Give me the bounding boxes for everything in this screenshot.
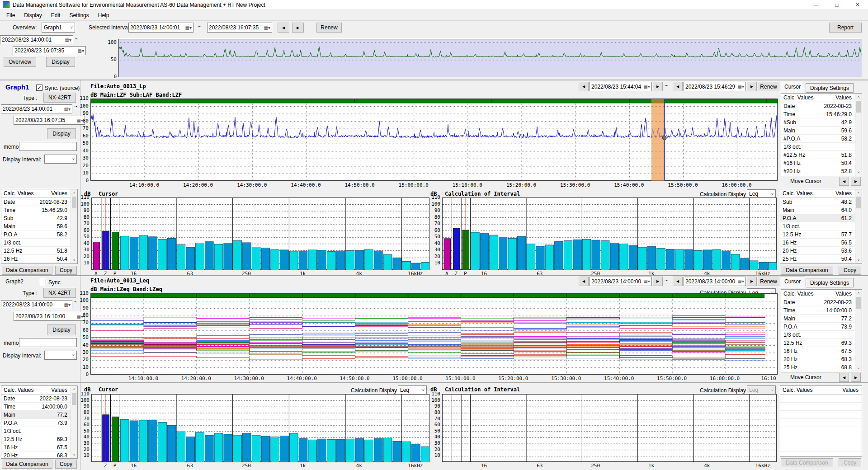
menu-display[interactable]: Display xyxy=(19,11,46,20)
graph1-display-button[interactable]: Display xyxy=(47,128,76,139)
calendar-icon[interactable]: ▦▾ xyxy=(185,25,192,30)
graph1-nav-start-next-button[interactable]: ▶ xyxy=(653,82,663,91)
overview-chart[interactable] xyxy=(118,39,861,77)
graph2-display-interval-select[interactable]: ˅ xyxy=(44,351,77,360)
interval-next-button[interactable]: ▶ xyxy=(292,23,304,33)
graph1-start-date[interactable]: 2022/08/23 14:00:01▦▾ xyxy=(1,104,72,113)
table-row[interactable]: Date2022-08-23 xyxy=(781,298,862,306)
graph1-time-chart[interactable] xyxy=(90,99,778,181)
graph2-tab-display-settings[interactable]: Display Settings xyxy=(806,278,854,287)
graph1-tab-cursor[interactable]: Cursor xyxy=(780,82,805,93)
graph2-nav-start-next-button[interactable]: ▶ xyxy=(653,277,663,286)
scroll-thumb[interactable] xyxy=(856,197,861,208)
graph1-display-interval-select[interactable]: ˅ xyxy=(44,155,77,164)
table-row[interactable]: 1/3 oct. xyxy=(1,239,77,247)
graph1-tab-display-settings[interactable]: Display Settings xyxy=(806,83,854,93)
mid-right-copy-button[interactable]: Copy xyxy=(839,266,861,275)
maximize-button[interactable]: □ xyxy=(826,0,847,10)
menu-edit[interactable]: Edit xyxy=(47,11,65,20)
table-row[interactable]: 16 Hz50.4 xyxy=(1,255,77,263)
graph2-move-cursor-right-button[interactable]: ▶ xyxy=(851,373,861,382)
overview-end-date[interactable]: 2022/08/23 16:07:35▦▾ xyxy=(13,46,86,55)
mid-right-data-comparison-button[interactable]: Data Comparison xyxy=(781,266,833,275)
scrollbar[interactable]: ˄˅ xyxy=(855,94,862,176)
menu-file[interactable]: File xyxy=(2,11,19,20)
report-button[interactable]: Report xyxy=(829,23,862,33)
calendar-icon[interactable]: ▦▾ xyxy=(64,107,71,112)
overview-button[interactable]: Overview xyxy=(4,57,36,67)
table-row[interactable]: Main77.2 xyxy=(1,411,77,419)
interval2-bar-chart[interactable] xyxy=(442,394,777,462)
graph1-nav-end-date[interactable]: 2022/08/23 15:46:29▦▾ xyxy=(684,82,746,91)
table-row[interactable]: 12.5 Hz51.8 xyxy=(1,247,77,255)
table-row[interactable]: Main64.0 xyxy=(780,206,862,214)
table-row[interactable]: 20 Hz68.3 xyxy=(1,451,77,459)
overview-start-date[interactable]: 2022/08/23 14:00:01▦▾ xyxy=(0,35,73,44)
table-row[interactable]: 20 Hz68.3 xyxy=(781,355,862,363)
scroll-down-icon[interactable]: ˅ xyxy=(855,169,862,175)
graph2-calc-values-table[interactable]: Calc. ValuesValuesDate2022-08-23Time14:0… xyxy=(1,385,78,459)
overview-display-button[interactable]: Display xyxy=(46,57,75,67)
calendar-icon[interactable]: ▦▾ xyxy=(644,279,650,284)
graph2-cursor-values-table[interactable]: Calc. ValuesValuesDate2022-08-23Time14:0… xyxy=(781,289,862,372)
overview-graph-select[interactable]: Graph1˅ xyxy=(42,23,75,33)
graph2-nav-end-next-button[interactable]: ▶ xyxy=(747,277,757,286)
toolbar-renew-button[interactable]: Renew xyxy=(316,23,342,33)
scroll-down-icon[interactable]: ˅ xyxy=(855,257,862,263)
table-row[interactable]: Date2022-08-23 xyxy=(1,198,77,206)
graph1-nav-start-date[interactable]: 2022/08/23 15:44:04▦▾ xyxy=(590,82,652,91)
table-row[interactable]: #12.5 Hz51.8 xyxy=(781,151,862,159)
menu-help[interactable]: Help xyxy=(94,11,114,20)
scroll-thumb[interactable] xyxy=(856,101,861,113)
table-row[interactable]: Date2022-08-23 xyxy=(1,395,77,403)
table-row[interactable]: #16 Hz50.4 xyxy=(781,159,862,167)
table-row[interactable]: 1/3 oct. xyxy=(1,427,77,435)
minimize-button[interactable]: ─ xyxy=(806,0,826,10)
scroll-thumb[interactable] xyxy=(856,297,861,309)
graph1-move-cursor-left-button[interactable]: ◀ xyxy=(839,177,849,186)
table-row[interactable]: 12.5 Hz69.3 xyxy=(1,435,77,443)
mid-left-data-comparison-button[interactable]: Data Comparison xyxy=(2,266,52,275)
cursor2-bar-chart[interactable] xyxy=(91,394,429,462)
table-row[interactable]: Time14:00:00.0 xyxy=(1,403,77,411)
calendar-icon[interactable]: ▦▾ xyxy=(78,48,84,53)
graph1-end-date[interactable]: 2022/08/23 16:07:35▦▾ xyxy=(14,116,85,125)
mid-calc-display-select[interactable]: Leq˅ xyxy=(747,189,776,198)
table-row[interactable]: 16 Hz56.5 xyxy=(780,239,862,247)
graph2-type-button[interactable]: NX-42RT xyxy=(43,288,76,298)
scroll-down-icon[interactable]: ˅ xyxy=(855,366,862,371)
calendar-icon[interactable]: ▦▾ xyxy=(65,38,71,42)
graph2-step-chart[interactable] xyxy=(90,293,778,375)
table-row[interactable]: 12.5 Hz69.3 xyxy=(781,339,862,347)
bottom-left-calc-display-select[interactable]: Leq˅ xyxy=(398,385,427,395)
graph1-sync-checkbox[interactable]: ✓ xyxy=(36,85,42,91)
table-row[interactable]: 20 Hz53.6 xyxy=(780,247,862,255)
table-row[interactable]: Date2022-08-23 xyxy=(781,102,862,110)
graph2-start-date[interactable]: 2022/08/23 14:00:00▦▾ xyxy=(1,300,72,309)
table-row[interactable]: Time14:00:00.0 xyxy=(781,306,862,315)
selected-interval-end[interactable]: 2022/08/23 16:07:35▦▾ xyxy=(207,23,272,33)
table-row[interactable]: 16 Hz67.5 xyxy=(1,443,77,451)
scroll-up-icon[interactable]: ˄ xyxy=(855,290,862,296)
scroll-up-icon[interactable]: ˄ xyxy=(855,94,862,100)
graph1-calc-values-table[interactable]: Calc. ValuesValuesDate2022-08-23Time15:4… xyxy=(1,189,78,264)
table-row[interactable]: #P.O.A58.2 xyxy=(781,135,862,143)
calendar-icon[interactable]: ▦▾ xyxy=(264,25,270,30)
graph1-nav-end-prev-button[interactable]: ◀ xyxy=(673,82,683,91)
interval-bar-chart[interactable] xyxy=(442,197,777,270)
graph2-nav-end-prev-button[interactable]: ◀ xyxy=(673,277,683,286)
graph1-move-cursor-right-button[interactable]: ▶ xyxy=(851,177,861,186)
table-row[interactable]: #20 Hz52.8 xyxy=(781,167,862,175)
table-row[interactable]: P.O.A58.2 xyxy=(1,230,77,239)
table-row[interactable]: Time15:46:29.0 xyxy=(781,110,862,118)
graph2-renew-button[interactable]: Renew xyxy=(758,277,779,286)
graph1-cursor-values-table[interactable]: Calc. ValuesValuesDate2022-08-23Time15:4… xyxy=(781,93,862,176)
graph2-end-date[interactable]: 2022/08/23 16:10:00▦▾ xyxy=(14,312,85,321)
graph1-nav-start-prev-button[interactable]: ◀ xyxy=(579,82,589,91)
table-row[interactable]: 12.5 Hz57.7 xyxy=(780,230,862,239)
graph2-tab-cursor[interactable]: Cursor xyxy=(780,277,805,288)
table-row[interactable]: 25 Hz50.4 xyxy=(780,255,862,263)
interval-prev-button[interactable]: ◀ xyxy=(278,23,289,33)
table-row[interactable]: 1/3 oct. xyxy=(781,143,862,151)
table-row[interactable]: P.O.A73.9 xyxy=(781,323,862,331)
